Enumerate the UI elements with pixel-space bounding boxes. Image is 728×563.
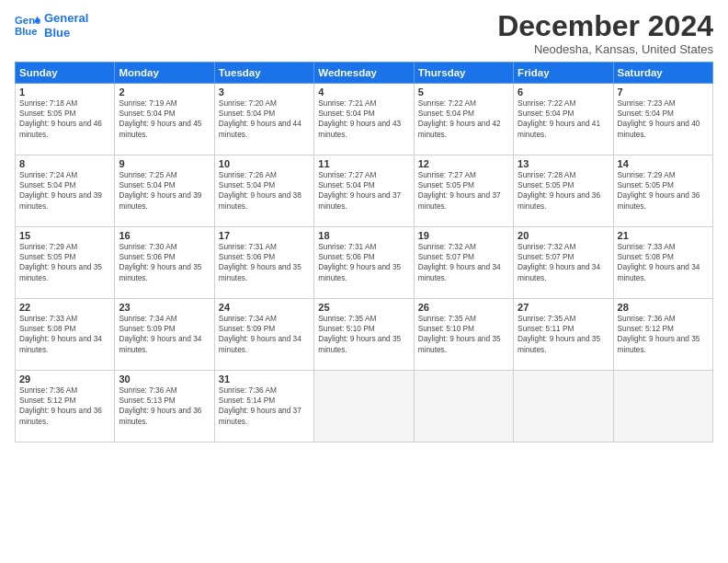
calendar-cell: 1 Sunrise: 7:18 AMSunset: 5:05 PMDayligh…	[16, 84, 115, 155]
day-number: 7	[618, 86, 709, 98]
calendar-cell: 31 Sunrise: 7:36 AMSunset: 5:14 PMDaylig…	[214, 371, 313, 442]
daylight-label: Daylight: 9 hours and 42 minutes.	[418, 119, 501, 138]
daylight-label: Daylight: 9 hours and 37 minutes.	[219, 406, 301, 425]
day-number: 26	[418, 302, 509, 313]
day-number: 22	[19, 302, 110, 313]
day-number: 2	[119, 86, 210, 98]
sunrise-label: Sunrise: 7:29 AM	[618, 170, 676, 179]
calendar-cell: 9 Sunrise: 7:25 AMSunset: 5:04 PMDayligh…	[115, 155, 214, 227]
weekday-header-saturday: Saturday	[613, 63, 712, 84]
calendar-cell: 3 Sunrise: 7:20 AMSunset: 5:04 PMDayligh…	[214, 84, 313, 155]
daylight-label: Daylight: 9 hours and 35 minutes.	[418, 334, 501, 353]
sunrise-label: Sunrise: 7:26 AM	[219, 170, 277, 179]
sunrise-label: Sunrise: 7:32 AM	[418, 242, 476, 251]
calendar-cell: 18 Sunrise: 7:31 AMSunset: 5:06 PMDaylig…	[314, 227, 414, 299]
sunset-label: Sunset: 5:13 PM	[119, 396, 175, 405]
day-number: 3	[219, 86, 310, 98]
daylight-label: Daylight: 9 hours and 39 minutes.	[19, 190, 102, 210]
daylight-label: Daylight: 9 hours and 35 minutes.	[518, 334, 600, 353]
day-info: Sunrise: 7:21 AMSunset: 5:04 PMDaylight:…	[318, 98, 409, 140]
daylight-label: Daylight: 9 hours and 34 minutes.	[19, 334, 102, 353]
day-info: Sunrise: 7:24 AMSunset: 5:04 PMDaylight:…	[19, 170, 110, 212]
sunset-label: Sunset: 5:08 PM	[618, 252, 674, 261]
calendar-cell: 10 Sunrise: 7:26 AMSunset: 5:04 PMDaylig…	[214, 155, 313, 227]
sunrise-label: Sunrise: 7:36 AM	[618, 314, 676, 323]
sunrise-label: Sunrise: 7:35 AM	[318, 314, 376, 323]
sunrise-label: Sunrise: 7:30 AM	[119, 242, 176, 251]
day-info: Sunrise: 7:28 AMSunset: 5:05 PMDaylight:…	[518, 170, 609, 212]
sunrise-label: Sunrise: 7:27 AM	[418, 170, 476, 179]
calendar-cell	[514, 371, 613, 442]
daylight-label: Daylight: 9 hours and 38 minutes.	[219, 190, 301, 210]
calendar-cell: 22 Sunrise: 7:33 AMSunset: 5:08 PMDaylig…	[16, 299, 115, 371]
calendar-cell: 11 Sunrise: 7:27 AMSunset: 5:04 PMDaylig…	[314, 155, 414, 227]
daylight-label: Daylight: 9 hours and 35 minutes.	[318, 262, 401, 282]
day-info: Sunrise: 7:27 AMSunset: 5:04 PMDaylight:…	[318, 170, 409, 212]
calendar-cell: 23 Sunrise: 7:34 AMSunset: 5:09 PMDaylig…	[115, 299, 214, 371]
day-number: 23	[119, 302, 210, 313]
daylight-label: Daylight: 9 hours and 35 minutes.	[618, 334, 700, 353]
day-number: 10	[219, 158, 310, 169]
sunset-label: Sunset: 5:10 PM	[318, 324, 374, 333]
week-row-5: 29 Sunrise: 7:36 AMSunset: 5:12 PMDaylig…	[16, 371, 713, 442]
logo-icon: General Blue	[15, 13, 40, 39]
day-number: 9	[119, 158, 210, 169]
logo-line1: General	[44, 11, 88, 25]
calendar-cell: 29 Sunrise: 7:36 AMSunset: 5:12 PMDaylig…	[16, 371, 115, 442]
calendar-cell: 5 Sunrise: 7:22 AMSunset: 5:04 PMDayligh…	[414, 84, 513, 155]
svg-text:Blue: Blue	[15, 25, 38, 36]
week-row-3: 15 Sunrise: 7:29 AMSunset: 5:05 PMDaylig…	[16, 227, 713, 299]
sunset-label: Sunset: 5:05 PM	[518, 180, 574, 190]
calendar-header: SundayMondayTuesdayWednesdayThursdayFrid…	[16, 63, 713, 84]
day-info: Sunrise: 7:33 AMSunset: 5:08 PMDaylight:…	[618, 242, 709, 283]
day-number: 27	[518, 302, 609, 313]
sunrise-label: Sunrise: 7:33 AM	[618, 242, 676, 251]
day-info: Sunrise: 7:25 AMSunset: 5:04 PMDaylight:…	[119, 170, 210, 212]
weekday-header-sunday: Sunday	[16, 63, 115, 84]
day-info: Sunrise: 7:32 AMSunset: 5:07 PMDaylight:…	[418, 242, 509, 283]
sunset-label: Sunset: 5:04 PM	[618, 109, 674, 118]
day-number: 16	[119, 230, 210, 241]
sunset-label: Sunset: 5:09 PM	[119, 324, 175, 333]
logo: General Blue General Blue	[15, 11, 88, 40]
day-info: Sunrise: 7:35 AMSunset: 5:10 PMDaylight:…	[418, 314, 509, 355]
day-info: Sunrise: 7:36 AMSunset: 5:12 PMDaylight:…	[19, 385, 110, 427]
calendar-cell: 13 Sunrise: 7:28 AMSunset: 5:05 PMDaylig…	[514, 155, 613, 227]
day-number: 4	[318, 86, 409, 98]
day-info: Sunrise: 7:20 AMSunset: 5:04 PMDaylight:…	[219, 98, 310, 140]
daylight-label: Daylight: 9 hours and 34 minutes.	[219, 334, 301, 353]
calendar-cell: 12 Sunrise: 7:27 AMSunset: 5:05 PMDaylig…	[414, 155, 513, 227]
calendar-cell: 16 Sunrise: 7:30 AMSunset: 5:06 PMDaylig…	[115, 227, 214, 299]
day-info: Sunrise: 7:26 AMSunset: 5:04 PMDaylight:…	[219, 170, 310, 212]
sunrise-label: Sunrise: 7:32 AM	[518, 242, 575, 251]
sunrise-label: Sunrise: 7:33 AM	[19, 314, 77, 323]
daylight-label: Daylight: 9 hours and 46 minutes.	[19, 119, 102, 138]
calendar-table: SundayMondayTuesdayWednesdayThursdayFrid…	[15, 62, 713, 442]
day-info: Sunrise: 7:31 AMSunset: 5:06 PMDaylight:…	[219, 242, 310, 283]
sunset-label: Sunset: 5:04 PM	[219, 180, 275, 190]
logo-text: General Blue	[44, 11, 88, 40]
weekday-header-monday: Monday	[115, 63, 214, 84]
sunset-label: Sunset: 5:04 PM	[318, 109, 374, 118]
day-number: 8	[19, 158, 110, 169]
sunset-label: Sunset: 5:11 PM	[518, 324, 574, 333]
day-info: Sunrise: 7:35 AMSunset: 5:10 PMDaylight:…	[318, 314, 409, 355]
day-number: 21	[618, 230, 709, 241]
sunset-label: Sunset: 5:09 PM	[219, 324, 275, 333]
day-info: Sunrise: 7:18 AMSunset: 5:05 PMDaylight:…	[19, 98, 110, 140]
sunrise-label: Sunrise: 7:25 AM	[119, 170, 176, 179]
day-info: Sunrise: 7:30 AMSunset: 5:06 PMDaylight:…	[119, 242, 210, 283]
calendar-cell: 17 Sunrise: 7:31 AMSunset: 5:06 PMDaylig…	[214, 227, 313, 299]
day-info: Sunrise: 7:34 AMSunset: 5:09 PMDaylight:…	[119, 314, 210, 355]
weekday-header-wednesday: Wednesday	[314, 63, 414, 84]
calendar-cell: 20 Sunrise: 7:32 AMSunset: 5:07 PMDaylig…	[514, 227, 613, 299]
calendar-cell: 25 Sunrise: 7:35 AMSunset: 5:10 PMDaylig…	[314, 299, 414, 371]
sunrise-label: Sunrise: 7:34 AM	[119, 314, 176, 323]
sunset-label: Sunset: 5:05 PM	[418, 180, 474, 190]
sunrise-label: Sunrise: 7:29 AM	[19, 242, 77, 251]
sunrise-label: Sunrise: 7:34 AM	[219, 314, 277, 323]
week-row-4: 22 Sunrise: 7:33 AMSunset: 5:08 PMDaylig…	[16, 299, 713, 371]
sunrise-label: Sunrise: 7:36 AM	[119, 385, 176, 395]
calendar-cell: 24 Sunrise: 7:34 AMSunset: 5:09 PMDaylig…	[214, 299, 313, 371]
daylight-label: Daylight: 9 hours and 43 minutes.	[318, 119, 401, 138]
